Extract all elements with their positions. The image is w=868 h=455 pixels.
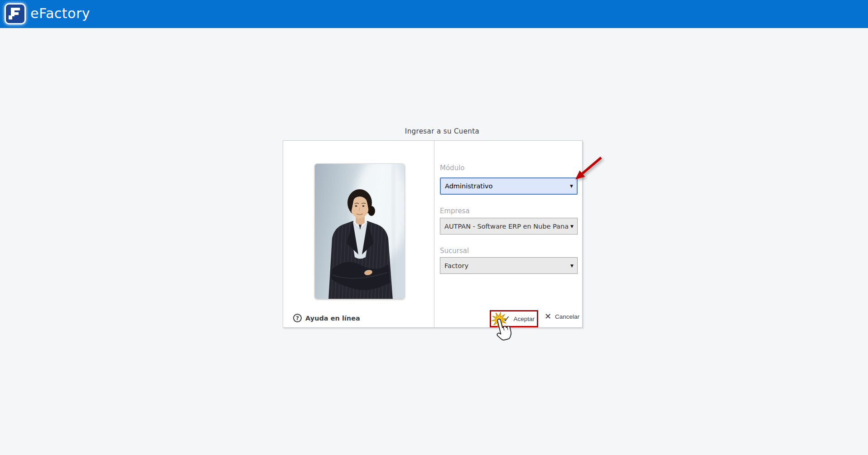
cancelar-button-label: Cancelar <box>555 313 579 320</box>
chevron-down-icon: ▼ <box>570 263 574 268</box>
help-question-icon: ? <box>293 314 302 322</box>
help-link[interactable]: ? Ayuda en línea <box>293 314 360 322</box>
efactory-logo-icon <box>5 3 26 24</box>
modulo-select[interactable]: Administrativo ▼ <box>440 177 578 195</box>
login-photo <box>314 163 405 299</box>
app-title: eFactory <box>30 5 90 21</box>
sucursal-select[interactable]: Factory ▼ <box>440 257 578 274</box>
empresa-select-value: AUTPAN - Software ERP en Nube Pana <box>444 223 569 230</box>
sucursal-label: Sucursal <box>440 247 578 255</box>
empresa-label: Empresa <box>440 207 578 215</box>
sucursal-select-value: Factory <box>444 262 468 269</box>
chevron-down-icon: ▼ <box>570 224 574 229</box>
cancelar-button[interactable]: ✕ Cancelar <box>545 312 579 321</box>
hand-cursor-click-icon <box>489 311 521 346</box>
help-link-label: Ayuda en línea <box>305 315 360 322</box>
page-title: Ingresar a su Cuenta <box>352 127 533 135</box>
empresa-select[interactable]: AUTPAN - Software ERP en Nube Pana ▼ <box>440 218 578 235</box>
panel-divider <box>434 141 434 327</box>
close-icon: ✕ <box>545 312 551 321</box>
efactory-login-screen: eFactory Ingresar a su Cuenta <box>0 0 868 455</box>
modulo-label: Módulo <box>440 164 578 172</box>
login-panel: ? Ayuda en línea Módulo Administrativo ▼… <box>283 140 583 328</box>
header-bar: eFactory <box>0 0 868 28</box>
red-arrow-annotation <box>570 153 608 185</box>
modulo-select-value: Administrativo <box>445 182 493 190</box>
